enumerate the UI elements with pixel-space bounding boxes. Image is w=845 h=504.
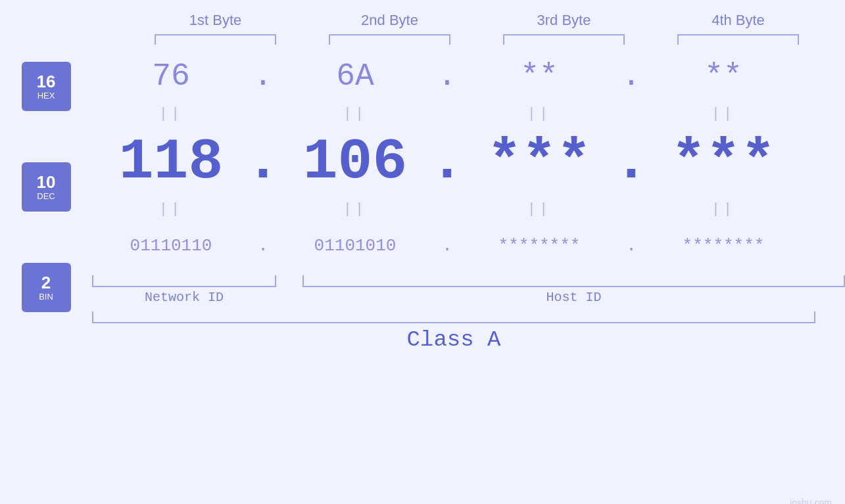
eq1-b2: || [276,106,434,122]
equals-row-2: || || || || [92,198,845,221]
byte1-header-col: 1st Byte [128,12,302,45]
hex-b2: 6A [276,58,434,94]
eq1-b3: || [460,106,618,122]
dec-badge: 10 DEC [22,162,71,212]
bin-b4: ******** [644,236,802,256]
byte4-bracket [677,34,799,45]
bracket-gap1 [276,275,302,287]
hex-value-row: 76 . 6A . ** . ** [92,50,845,103]
labels-gap [276,290,302,305]
byte3-header-col: 3rd Byte [477,12,651,45]
dec-b3: *** [460,129,618,195]
dec-b4: *** [644,129,802,195]
byte3-header: 3rd Byte [537,12,591,29]
main-rows: 16 HEX 10 DEC 2 BIN 76 . [0,50,845,352]
byte1-header: 1st Byte [189,12,241,29]
eq2-b3: || [460,201,618,218]
network-id-label: Network ID [92,290,276,305]
dec-b1: 118 [92,129,250,195]
values-area: 76 . 6A . ** . ** [92,50,845,352]
class-label: Class A [92,327,815,352]
eq1-b1: || [92,106,250,122]
eq2-b1: || [92,201,250,218]
bin-sep3: . [618,236,644,256]
base-labels-column: 16 HEX 10 DEC 2 BIN [0,50,92,352]
hex-number: 16 [37,72,56,91]
bin-b3: ******** [460,236,618,256]
byte2-header-col: 2nd Byte [302,12,477,45]
bin-b1: 01110110 [92,236,250,256]
byte2-bracket [329,34,450,45]
byte4-header-col: 4th Byte [651,12,825,45]
bin-sep2: . [434,236,460,256]
byte-headers-row: 1st Byte 2nd Byte 3rd Byte 4th Byte [128,12,845,45]
hex-label: HEX [37,91,55,101]
hex-b3: ** [460,58,618,94]
host-id-label: Host ID [302,290,845,305]
page: 1st Byte 2nd Byte 3rd Byte 4th Byte 16 H… [0,12,845,504]
hex-sep3: . [618,58,644,94]
bin-sep1: . [250,236,276,256]
dec-label: DEC [37,191,55,201]
dec-number: 10 [37,173,56,192]
dec-sep1: . [250,129,276,195]
watermark: ipshu.com [790,497,832,504]
network-bracket [92,275,276,287]
hex-sep1: . [250,58,276,94]
bottom-brackets-row [92,275,845,287]
byte3-bracket [503,34,625,45]
eq1-b4: || [644,106,802,122]
equals-row-1: || || || || [92,103,845,126]
bin-badge: 2 BIN [22,263,71,312]
bin-number: 2 [41,273,51,292]
hex-b4: ** [644,58,802,94]
hex-sep2: . [434,58,460,94]
segment-labels-row: Network ID Host ID [92,290,845,305]
eq2-b2: || [276,201,434,218]
byte2-header: 2nd Byte [361,12,418,29]
hex-badge: 16 HEX [22,62,71,111]
dec-value-row: 118 . 106 . *** . *** [92,126,845,198]
bin-value-row: 01110110 . 01101010 . ******** . [92,221,845,270]
dec-b2: 106 [276,129,434,195]
bin-label: BIN [39,292,53,302]
host-bracket [302,275,845,287]
hex-b1: 76 [92,58,250,94]
eq2-b4: || [644,201,802,218]
byte4-header: 4th Byte [712,12,765,29]
bin-b2: 01101010 [276,236,434,256]
byte1-bracket [155,34,276,45]
dec-sep3: . [618,129,644,195]
dec-sep2: . [434,129,460,195]
class-bracket [92,311,815,323]
